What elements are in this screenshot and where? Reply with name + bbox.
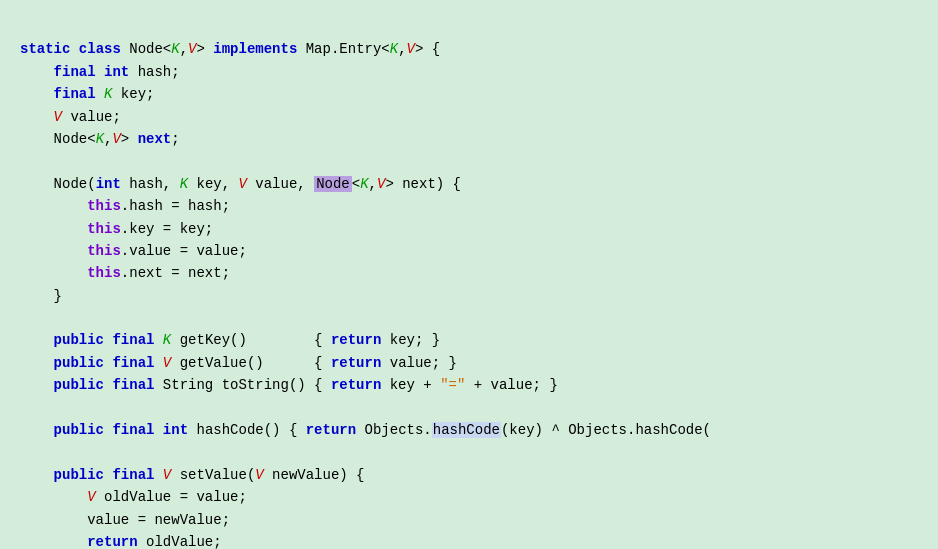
line-1: static class Node<K,V> implements Map.En… <box>20 41 711 549</box>
code-editor: static class Node<K,V> implements Map.En… <box>0 10 938 549</box>
